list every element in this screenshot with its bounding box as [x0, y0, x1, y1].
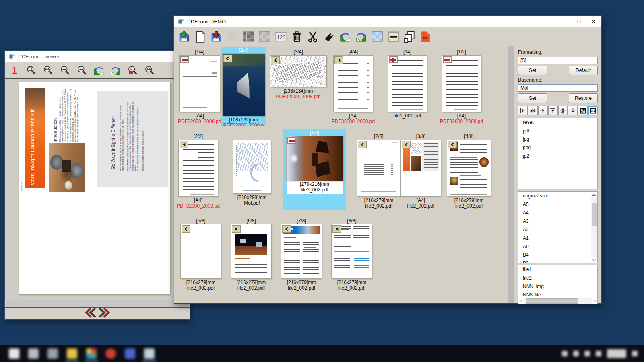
page-preview-links[interactable]: [332, 224, 372, 278]
basename-restore-button[interactable]: Restore: [569, 93, 598, 103]
tag-page-button[interactable]: [322, 30, 336, 43]
grid-small-button[interactable]: [242, 30, 255, 43]
center-vertical-button[interactable]: [558, 106, 568, 115]
align-bottom-button[interactable]: [568, 106, 578, 115]
network-tray-icon[interactable]: [584, 351, 590, 356]
page-preview-mars[interactable]: [287, 136, 343, 181]
search-taskbar-icon[interactable]: [28, 348, 39, 359]
duplicate-pages-button[interactable]: [403, 30, 416, 43]
zoom-width-disabled-button[interactable]: [144, 64, 155, 76]
thumbnail-44[interactable]: [4/4][A4]PDF32000_2008.pd: [326, 48, 380, 124]
page-preview-text[interactable]: [442, 56, 481, 112]
size-option-a1[interactable]: A1: [518, 234, 591, 243]
format-option-jp2[interactable]: jp2: [518, 152, 597, 160]
thumbnail-22[interactable]: [2/2][A4]PDF32000_2008.pd: [174, 133, 225, 209]
format-option-jpg[interactable]: jpg: [518, 135, 597, 144]
center-horizontal-button[interactable]: [528, 106, 538, 115]
cut-page-button[interactable]: [306, 30, 320, 43]
scroll-left-button[interactable]: [518, 298, 524, 304]
thumbnail-34[interactable]: [3/4][238x134]mmPDF32000_2008.pdf: [263, 48, 334, 99]
viewer-titlebar[interactable]: PDFconv - viewer – □: [5, 51, 190, 62]
size-option-original-size[interactable]: original size: [518, 192, 591, 200]
align-top-button[interactable]: [548, 106, 558, 115]
rotate-right-button[interactable]: [110, 64, 121, 76]
one-to-one-button[interactable]: 1:1: [588, 106, 598, 115]
thumbnail-68[interactable]: [6/8][216x279]mmfile2_002.pdf: [224, 217, 279, 291]
maximize-button[interactable]: □: [572, 16, 586, 27]
task-view-taskbar-icon[interactable]: [47, 348, 58, 359]
main-titlebar[interactable]: PDFconv DEMO – □ ✕: [174, 16, 601, 27]
scroll-up-button[interactable]: [591, 192, 597, 197]
notifications-tray-icon[interactable]: [632, 351, 638, 356]
clock-tray-icon[interactable]: [607, 349, 626, 358]
scroll-down-button[interactable]: [591, 257, 597, 263]
page-preview-toc[interactable]: [334, 56, 373, 112]
file-option-nnn_img[interactable]: NNN_img: [518, 282, 597, 291]
browser-taskbar-icon[interactable]: [86, 348, 97, 359]
page-preview-article2[interactable]: [181, 224, 221, 278]
file-option-file1[interactable]: file1: [518, 265, 597, 274]
thumbnail-24[interactable]: [2/4][108x162]mmPDF32000_2008.p: [221, 47, 266, 126]
start-taskbar-icon[interactable]: [9, 348, 19, 359]
thumbnail-grid-scrollbar[interactable]: [508, 46, 514, 303]
new-document-button[interactable]: [194, 30, 207, 43]
grid-select-button[interactable]: [371, 30, 384, 43]
page-preview-shuttle[interactable]: [223, 54, 265, 116]
thumbnail-88[interactable]: [8/8][216x279]mmfile2_002.pdf: [324, 217, 379, 291]
file-explorer-taskbar-icon[interactable]: [67, 348, 77, 359]
thumbnail-58[interactable]: [5/8][216x279]mmfile2_002.pdf: [174, 217, 228, 291]
size-option-a5[interactable]: A5: [518, 200, 591, 209]
minimize-button[interactable]: –: [557, 16, 572, 27]
save-file-button[interactable]: [210, 30, 223, 43]
size-option-a3[interactable]: A3: [518, 217, 591, 226]
size-option-a2[interactable]: A2: [518, 226, 591, 234]
page-preview-title[interactable]: [180, 56, 220, 112]
thumbnail-18[interactable]: [1/8][279x216]mmfile2_002.pdf: [283, 129, 346, 210]
page-preview-orange[interactable]: [401, 140, 441, 196]
scroll-right-button[interactable]: [592, 298, 597, 304]
basename-input[interactable]: [518, 84, 598, 92]
format-option-png[interactable]: png: [518, 144, 597, 152]
size-option-a0[interactable]: A0: [518, 243, 591, 251]
viewer-horizontal-scrollbar[interactable]: [5, 300, 190, 308]
settings-gear-button[interactable]: [226, 30, 239, 43]
thumbnail-12[interactable]: [1/2][A4]PDF32000_2008.pd: [435, 48, 488, 124]
thumbnail-78[interactable]: [7/8][216x279]mmfile2_002.pdf: [274, 217, 329, 291]
size-option-b3[interactable]: B3: [518, 259, 591, 263]
page-preview-article[interactable]: [447, 140, 491, 196]
page-preview-nomogram[interactable]: [233, 140, 271, 193]
grid-large-button[interactable]: [258, 30, 271, 43]
pen-tray-icon[interactable]: [562, 351, 568, 356]
viewer-minimize-button[interactable]: –: [156, 51, 173, 62]
align-left-button[interactable]: [518, 106, 528, 115]
basename-set-button[interactable]: Set: [518, 93, 547, 103]
volume-tray-icon[interactable]: [596, 351, 601, 356]
zoom-fit-width-button[interactable]: [42, 64, 54, 76]
rotate-left-button[interactable]: [93, 64, 104, 76]
file-list-scrollbar[interactable]: [518, 298, 597, 304]
zoom-out-button[interactable]: [76, 64, 87, 76]
size-option-a4[interactable]: A4: [518, 209, 591, 217]
page-preview-text[interactable]: [388, 56, 427, 112]
rotate-right-button[interactable]: [355, 30, 368, 43]
next-page-button[interactable]: [98, 307, 111, 319]
split-pages-button[interactable]: [387, 30, 400, 43]
thumbnail-48[interactable]: [4/8][216x279]mmfile2_002.pdf: [440, 133, 498, 209]
file-option-file2[interactable]: file2: [518, 274, 597, 282]
page-preview-text2[interactable]: [179, 140, 218, 196]
media-app-red-taskbar-icon[interactable]: [105, 348, 116, 359]
tray-arrow-tray-icon[interactable]: [573, 351, 579, 356]
previous-page-button[interactable]: [84, 307, 97, 319]
import-file-button[interactable]: [178, 30, 191, 43]
page-preview-sat[interactable]: [231, 224, 271, 278]
viewer-content-area[interactable]: Mars InSight Launch Press Kit Introducti…: [5, 79, 190, 300]
format-option-pdf[interactable]: pdf: [518, 127, 597, 135]
fit-size-button[interactable]: [578, 106, 588, 115]
page-preview-bluehead[interactable]: [281, 224, 322, 278]
size-option-b4[interactable]: B4: [518, 251, 591, 259]
align-right-button[interactable]: [538, 106, 548, 115]
renumber-pages-button[interactable]: 123: [274, 30, 287, 43]
close-button[interactable]: ✕: [586, 16, 601, 27]
scrollbar-thumb[interactable]: [592, 203, 597, 226]
delete-page-button[interactable]: [290, 30, 303, 43]
